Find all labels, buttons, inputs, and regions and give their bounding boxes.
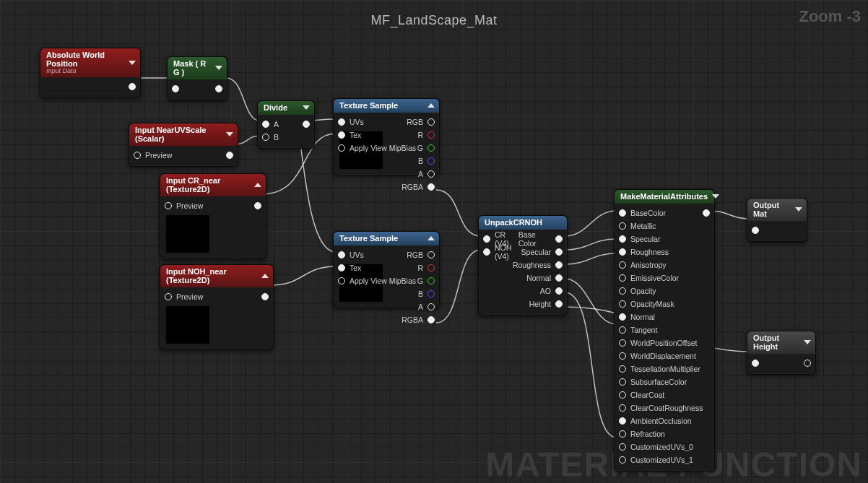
in-opacity[interactable]: [619, 287, 626, 295]
node-header[interactable]: Divide: [258, 101, 314, 115]
preview-pin[interactable]: [134, 152, 141, 159]
node-input-cr-near[interactable]: Input CR_near (Texture2D) Preview: [160, 173, 266, 259]
out-rgb[interactable]: [428, 251, 435, 258]
out-r[interactable]: [428, 131, 435, 139]
node-header[interactable]: Output Height: [747, 331, 815, 354]
in-tex[interactable]: [338, 264, 345, 271]
output-pin[interactable]: [703, 209, 710, 217]
chevron-down-icon[interactable]: [129, 61, 136, 65]
out-g[interactable]: [428, 144, 435, 152]
output-pin[interactable]: [254, 202, 261, 209]
output-pin[interactable]: [215, 85, 222, 92]
node-header[interactable]: Input NearUVScale (Scalar): [129, 123, 238, 146]
node-header[interactable]: Input CR_near (Texture2D): [160, 174, 266, 196]
in-mip[interactable]: [338, 277, 345, 284]
in-uvs[interactable]: [338, 251, 345, 258]
out-ao[interactable]: [555, 287, 563, 295]
node-mask-rg[interactable]: Mask ( R G ): [167, 56, 227, 100]
chevron-down-icon[interactable]: [303, 105, 310, 110]
in-emissivecolor[interactable]: [619, 274, 626, 282]
node-output-height[interactable]: Output Height: [747, 331, 816, 375]
node-input-noh-near[interactable]: Input NOH_near (Texture2D) Preview: [160, 264, 274, 350]
in-customizeduvs_1[interactable]: [619, 456, 626, 464]
node-output-mat[interactable]: Output Mat: [747, 198, 807, 242]
preview-pin[interactable]: [165, 293, 172, 300]
output-pin[interactable]: [129, 83, 136, 90]
in-uvs[interactable]: [338, 118, 345, 126]
in-ambientocclusion[interactable]: [619, 417, 626, 425]
in-opacitymask[interactable]: [619, 300, 626, 308]
node-texture-sample-2[interactable]: Texture Sample UVsRGB TexR Apply View Mi…: [333, 231, 440, 308]
output-pin[interactable]: [226, 152, 233, 159]
out-rgba[interactable]: [428, 316, 435, 323]
node-absolute-world-position[interactable]: Absolute World Position Input Data: [40, 48, 141, 98]
node-unpack-crnoh[interactable]: UnpackCRNOH CR (V4)Base Color NOH (V4)Sp…: [478, 215, 568, 316]
out-r[interactable]: [428, 264, 435, 271]
node-header[interactable]: UnpackCRNOH: [479, 216, 567, 230]
out-a[interactable]: [428, 170, 435, 178]
chevron-down-icon[interactable]: [226, 132, 233, 136]
chevron-down-icon[interactable]: [804, 340, 811, 344]
input-pin-b[interactable]: [262, 134, 269, 141]
out-b[interactable]: [428, 157, 435, 165]
chevron-up-icon[interactable]: [261, 274, 269, 278]
in-mip[interactable]: [338, 144, 345, 152]
out-norm[interactable]: [555, 274, 563, 282]
out-rough[interactable]: [555, 261, 563, 269]
node-texture-sample-1[interactable]: Texture Sample UVsRGB TexR Apply View Mi…: [333, 98, 440, 175]
chevron-up-icon[interactable]: [428, 236, 435, 240]
in-worldpositionoffset[interactable]: [619, 339, 626, 347]
node-header[interactable]: MakeMaterialAttributes: [615, 190, 714, 204]
chevron-down-icon[interactable]: [795, 207, 802, 212]
node-title: Mask ( R G ): [173, 59, 211, 77]
in-specular[interactable]: [619, 235, 626, 243]
in-roughness[interactable]: [619, 248, 626, 256]
in-clearcoat[interactable]: [619, 391, 626, 399]
in-cr[interactable]: [483, 235, 490, 243]
chevron-up-icon[interactable]: [254, 183, 261, 187]
in-worlddisplacement[interactable]: [619, 352, 626, 360]
node-header[interactable]: Input NOH_near (Texture2D): [160, 265, 273, 287]
in-refraction[interactable]: [619, 430, 626, 438]
node-input-nearuvscale[interactable]: Input NearUVScale (Scalar) Preview: [129, 123, 238, 167]
in-subsurfacecolor[interactable]: [619, 378, 626, 386]
pin-label: Specular: [630, 235, 660, 243]
out-base[interactable]: [555, 235, 563, 243]
out-rgba[interactable]: [428, 183, 435, 191]
node-header[interactable]: Texture Sample: [334, 232, 439, 245]
input-pin[interactable]: [172, 85, 179, 92]
node-make-material-attributes[interactable]: MakeMaterialAttributes BaseColorMetallic…: [614, 189, 715, 471]
node-header[interactable]: Texture Sample: [334, 99, 439, 113]
node-header[interactable]: Mask ( R G ): [168, 57, 227, 79]
in-metallic[interactable]: [619, 222, 626, 230]
in-noh[interactable]: [483, 248, 490, 256]
out-a[interactable]: [428, 303, 435, 310]
in-normal[interactable]: [619, 313, 626, 321]
chevron-up-icon[interactable]: [428, 103, 435, 108]
out-spec[interactable]: [555, 248, 563, 256]
in-basecolor[interactable]: [619, 209, 626, 217]
output-pin[interactable]: [804, 360, 811, 367]
in-anisotropy[interactable]: [619, 261, 626, 269]
output-pin[interactable]: [303, 121, 310, 128]
in-clearcoatroughness[interactable]: [619, 404, 626, 412]
output-pin[interactable]: [261, 293, 269, 300]
in-customizeduvs_0[interactable]: [619, 443, 626, 451]
node-header[interactable]: Absolute World Position Input Data: [40, 48, 140, 77]
input-pin[interactable]: [752, 227, 759, 234]
node-header[interactable]: Output Mat: [747, 199, 807, 221]
in-tex[interactable]: [338, 131, 345, 139]
out-height[interactable]: [555, 300, 563, 308]
chevron-down-icon[interactable]: [712, 194, 719, 199]
input-pin-a[interactable]: [262, 121, 269, 128]
preview-pin[interactable]: [165, 202, 172, 209]
in-tangent[interactable]: [619, 326, 626, 334]
input-pin[interactable]: [752, 360, 759, 367]
chevron-down-icon[interactable]: [215, 66, 222, 70]
out-b[interactable]: [428, 290, 435, 297]
node-divide[interactable]: Divide A B: [257, 100, 315, 149]
out-rgb[interactable]: [428, 118, 435, 126]
pin-label: ClearCoat: [630, 391, 664, 399]
in-tessellationmultiplier[interactable]: [619, 365, 626, 373]
out-g[interactable]: [428, 277, 435, 284]
